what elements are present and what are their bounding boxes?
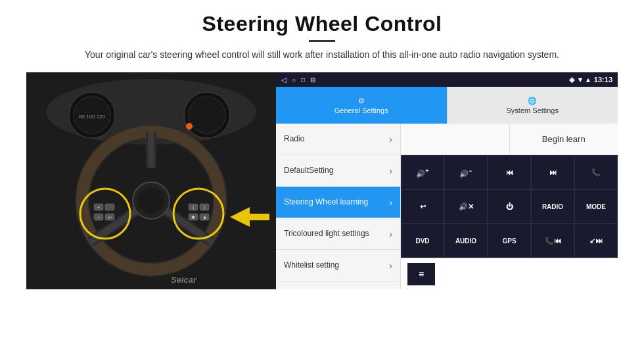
radio-button[interactable]: RADIO [531,189,574,224]
mode-label: MODE [586,203,606,210]
svg-text:✱: ✱ [191,215,195,220]
menu-item-tricolor[interactable]: Tricoloured light settings › [276,218,400,250]
begin-learn-button[interactable]: Begin learn [510,124,618,155]
wifi-icon: ▾ [578,76,582,84]
content-top-row: Begin learn [401,124,618,155]
tab-general-label: General Settings [334,107,388,114]
power-button[interactable]: ⏻ [488,189,531,224]
audio-label: AUDIO [455,237,476,245]
menu-default-label: DefaultSetting [284,166,333,176]
content-bottom-row: ≡ [401,258,618,289]
svg-text:📞: 📞 [108,205,113,210]
menu-tricolor-label: Tricoloured light settings [284,229,369,239]
menu-steering-label: Steering Wheel learning [284,197,368,208]
svg-text:↩: ↩ [108,215,112,220]
svg-text:⟩: ⟩ [204,205,206,210]
control-button-grid: 🔊+ 🔊− ⏮ ⏭ 📞 [401,155,618,258]
settings-tabs[interactable]: ⚙ General Settings 🌐 System Settings [276,87,618,124]
page-title: Steering Wheel Control [85,12,559,36]
back-nav-icon[interactable]: ◁ [281,76,287,84]
location-icon: ◈ [569,76,574,84]
system-icon: 🌐 [528,97,537,105]
svg-text:⟨: ⟨ [193,205,195,210]
call-next-icon: ↙⏭ [589,237,603,245]
vol-down-icon: 🔊− [459,168,472,178]
menu-whitelist-label: Whitelist setting [284,260,339,271]
chevron-icon: › [389,134,392,145]
gear-icon: ⚙ [358,97,365,105]
gps-label: GPS [502,237,516,245]
menu-item-radio[interactable]: Radio › [276,124,400,155]
audio-button[interactable]: AUDIO [444,224,488,258]
svg-text:80 100 120: 80 100 120 [79,114,106,120]
back-button[interactable]: ↩ [401,189,444,224]
prev-track-button[interactable]: ⏮ [488,155,531,189]
chevron-icon: › [389,260,392,271]
menu-radio-label: Radio [284,134,304,145]
radio-label: RADIO [542,203,563,210]
home-nav-icon[interactable]: ○ [292,76,296,84]
empty-input-box [401,124,510,155]
steering-wheel-image: 80 100 120 [26,72,276,289]
recents-nav-icon[interactable]: □ [301,76,305,84]
svg-point-7 [186,123,193,130]
phone-icon: 📞 [591,168,601,177]
settings-menu: Radio › DefaultSetting › Steering Wheel … [276,124,401,289]
svg-point-6 [189,97,225,133]
list-icon-button[interactable]: ≡ [407,263,435,285]
list-icon: ≡ [419,269,424,279]
menu-item-whitelist[interactable]: Whitelist setting › [276,250,400,281]
nav-icons: ◁ ○ □ ⊟ [281,76,315,84]
menu-nav-icon[interactable]: ⊟ [310,76,315,84]
svg-text:Seicar: Seicar [171,275,197,285]
status-indicators: ◈ ▾ ▴ 13:13 [569,76,612,84]
chevron-icon: › [389,229,392,239]
menu-item-default[interactable]: DefaultSetting › [276,155,400,187]
chevron-icon: › [389,197,392,208]
call-next-button[interactable]: ↙⏭ [574,224,618,258]
call-button[interactable]: 📞 [574,155,618,189]
settings-main: Radio › DefaultSetting › Steering Wheel … [276,124,618,289]
status-bar: ◁ ○ □ ⊟ ◈ ▾ ▴ 13:13 [276,72,618,87]
tab-system-label: System Settings [507,107,559,114]
chevron-icon: › [389,166,392,176]
svg-text:−: − [97,215,100,220]
android-panel: ◁ ○ □ ⊟ ◈ ▾ ▴ 13:13 ⚙ General Settings [276,72,618,289]
mode-button[interactable]: MODE [574,189,618,224]
gps-button[interactable]: GPS [488,224,531,258]
vol-up-button[interactable]: 🔊+ [401,155,444,189]
vol-up-icon: 🔊+ [416,168,428,178]
menu-item-steering[interactable]: Steering Wheel learning › [276,187,400,218]
dvd-label: DVD [415,237,429,245]
svg-text:+: + [97,205,100,210]
power-icon: ⏻ [506,203,513,210]
page-subtitle: Your original car's steering wheel contr… [85,47,559,62]
mute-icon: 🔊✕ [459,203,474,211]
back-call-icon: ↩ [420,203,426,211]
call-prev-icon: 📞⏮ [545,237,561,245]
signal-icon: ▴ [586,76,590,84]
title-divider [309,40,335,42]
next-track-button[interactable]: ⏭ [531,155,574,189]
next-icon: ⏭ [549,168,557,176]
tab-system-settings[interactable]: 🌐 System Settings [447,87,618,124]
mute-button[interactable]: 🔊✕ [444,189,488,224]
svg-point-17 [138,187,164,214]
tab-general-settings[interactable]: ⚙ General Settings [276,87,447,124]
call-prev-button[interactable]: 📞⏮ [531,224,574,258]
vol-down-button[interactable]: 🔊− [444,155,488,189]
clock-display: 13:13 [594,76,612,84]
prev-icon: ⏮ [506,168,513,176]
settings-content: Begin learn 🔊+ 🔊− ⏮ [401,124,618,289]
dvd-button[interactable]: DVD [401,224,444,258]
